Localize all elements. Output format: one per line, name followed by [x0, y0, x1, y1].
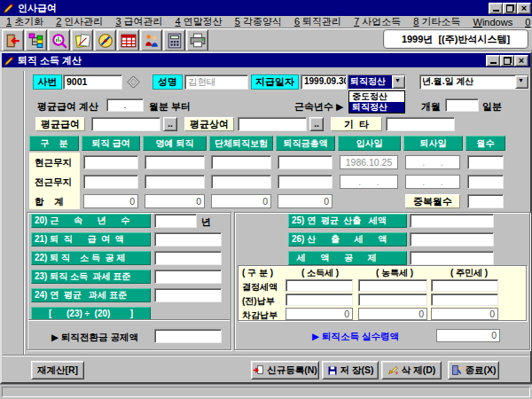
menu-item-forms[interactable]: 5 각종양식: [229, 15, 288, 28]
dropdown-option-retirement[interactable]: 퇴직정산: [349, 102, 404, 113]
current-insurance-input[interactable]: [211, 155, 271, 169]
decided-resident-input[interactable]: [431, 279, 498, 292]
calc-type-combobox[interactable]: 퇴직정산: [348, 74, 406, 90]
child-close-button[interactable]: ×: [514, 55, 528, 66]
child-minimize-button[interactable]: [486, 55, 500, 66]
row-label-current: 현근무지: [35, 157, 72, 169]
toolbar-button-exit[interactable]: [2, 29, 24, 51]
balance-income-value: 0: [286, 308, 353, 320]
balance-resident-value: 0: [431, 308, 498, 320]
menu-item-retirement[interactable]: 6 퇴직관리: [288, 15, 348, 28]
date-mode-value: 년.월.일 계산: [420, 75, 515, 89]
previous-insurance-input[interactable]: [211, 175, 271, 189]
left-divider: [23, 71, 25, 356]
calculator-icon: [167, 33, 183, 49]
avg-pay-lookup-button[interactable]: ..: [163, 117, 177, 131]
menu-item-business-income[interactable]: 7 사업소득: [348, 15, 407, 28]
conversion-deduction-label: ▶ 퇴직전환금 공제액: [51, 332, 138, 344]
restore-button[interactable]: [503, 3, 517, 14]
item22-input[interactable]: [154, 251, 222, 265]
exit-door-icon: [5, 33, 21, 49]
menu-item-files[interactable]: 0 Files: [519, 17, 532, 27]
current-severance-input[interactable]: [83, 155, 138, 169]
delete-button[interactable]: 삭 제(D): [381, 361, 442, 379]
net-amount-value: 0: [436, 329, 500, 342]
item26-input[interactable]: [410, 232, 494, 246]
avg-bonus-lookup-button[interactable]: ..: [309, 117, 324, 131]
paydate-label: 지급일자: [251, 74, 299, 90]
prepaid-income-input[interactable]: [286, 293, 353, 306]
save-button[interactable]: 저 장(S): [322, 361, 379, 379]
previous-months-input[interactable]: [467, 175, 504, 189]
child-titlebar[interactable]: 퇴직 소득 계산: [2, 53, 530, 67]
toolbar-button-orgchart[interactable]: [25, 29, 47, 51]
item20-input[interactable]: [154, 214, 197, 228]
child-restore-button[interactable]: [500, 55, 514, 66]
status-bar: [2, 387, 530, 397]
menubar: 1 초기화 2 인사관리 3 급여관리 4 연말정산 5 각종양식 6 퇴직관리…: [0, 16, 532, 27]
toolbar-button-people[interactable]: [140, 29, 162, 51]
toolbar-button-search[interactable]: [48, 29, 70, 51]
toolbar-button-printer[interactable]: [186, 29, 208, 51]
item24-input[interactable]: [154, 288, 222, 302]
date-mode-combobox[interactable]: 년.월.일 계산: [419, 74, 529, 90]
avg-calc-month-input[interactable]: .: [106, 98, 144, 112]
empno-input[interactable]: 9001: [63, 74, 122, 90]
etc-input[interactable]: [386, 117, 455, 131]
avg-pay-input[interactable]: [91, 117, 160, 131]
item21-input[interactable]: [154, 232, 222, 246]
recalculate-button[interactable]: 재계산[R]: [31, 361, 84, 379]
toolbar-button-documents[interactable]: [71, 29, 93, 51]
close-button[interactable]: ×: [517, 3, 531, 14]
chevron-down-icon[interactable]: [515, 75, 528, 89]
item23-input[interactable]: [154, 270, 222, 284]
name-label: 성명: [153, 74, 183, 90]
current-total-input[interactable]: [278, 155, 332, 169]
main-titlebar[interactable]: 인사급여: [0, 0, 532, 16]
col-header-join-date: 입사일: [338, 136, 401, 151]
service-days-input[interactable]: [445, 98, 479, 112]
save-floppy-icon: [327, 365, 338, 376]
toolbar-button-calculator[interactable]: [163, 29, 185, 51]
main-window: 인사급여 × 1 초기화 2 인사관리 3 급여관리 4 연말정산 5 각종양식…: [0, 0, 532, 399]
duplicate-months-input[interactable]: [467, 194, 504, 208]
toolbar-button-compass[interactable]: [94, 29, 116, 51]
prepaid-farm-input[interactable]: [358, 293, 427, 306]
balance-farm-value: 0: [358, 308, 427, 320]
menu-item-init[interactable]: 1 초기화: [0, 15, 50, 28]
child-window-icon: [4, 55, 15, 66]
toolbar-button-grid[interactable]: [117, 29, 139, 51]
exit-button[interactable]: 종료(X): [448, 361, 499, 379]
avg-bonus-label: 평균상여: [184, 117, 234, 131]
paydate-input[interactable]: 1999.09.30: [301, 74, 347, 90]
item25-input[interactable]: [410, 214, 494, 228]
menu-item-hr[interactable]: 2 인사관리: [50, 15, 109, 28]
menu-item-other-income[interactable]: 8 기타소득: [407, 15, 466, 28]
minimize-button[interactable]: [489, 3, 503, 14]
data-grid-icon: [121, 33, 137, 49]
total-honorary-value: 0: [145, 194, 205, 208]
lookup-diamond-button[interactable]: [127, 75, 140, 89]
etc-label: 기 타: [331, 117, 382, 131]
conversion-deduction-input[interactable]: [154, 329, 222, 343]
menu-item-payroll[interactable]: 3 급여관리: [109, 15, 168, 28]
current-months-input[interactable]: [467, 155, 504, 169]
decided-farm-input[interactable]: [358, 279, 427, 292]
avg-bonus-input[interactable]: [238, 117, 307, 131]
current-honorary-input[interactable]: [145, 155, 205, 169]
previous-honorary-input[interactable]: [145, 175, 205, 189]
previous-total-input[interactable]: [278, 175, 332, 189]
dropdown-option-interim[interactable]: 중도정산: [349, 91, 404, 102]
menu-item-windows[interactable]: Windows: [467, 17, 520, 27]
decided-income-input[interactable]: [286, 279, 353, 292]
previous-severance-input[interactable]: [83, 175, 138, 189]
new-entry-button[interactable]: 신규등록(N): [251, 361, 319, 379]
avg-pay-label: 평균급여: [35, 117, 85, 131]
prepaid-resident-input[interactable]: [431, 293, 498, 306]
new-entry-icon: [253, 364, 264, 376]
menu-item-yearend[interactable]: 4 연말정산: [169, 15, 229, 28]
calc-type-dropdown-list: 중도정산 퇴직정산: [348, 90, 405, 113]
tax-credit-input[interactable]: [410, 251, 494, 265]
diamond-icon: [127, 75, 140, 89]
chevron-down-icon[interactable]: [392, 75, 405, 89]
